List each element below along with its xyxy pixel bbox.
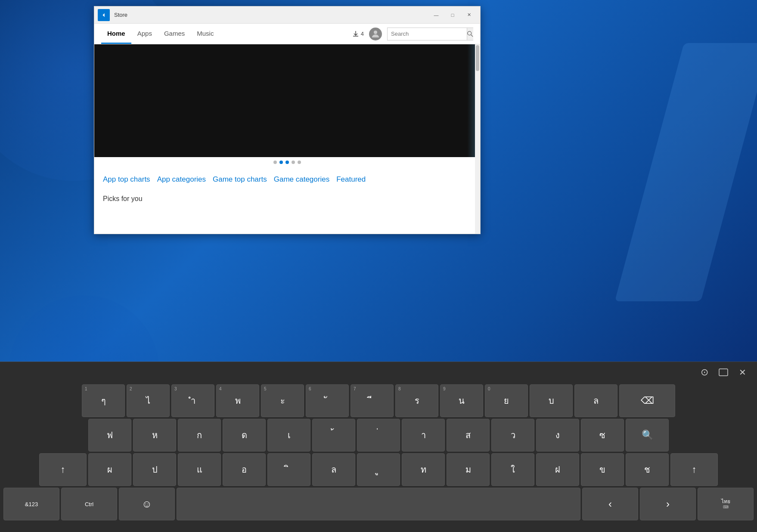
keyboard-emoji-picker[interactable]: ⊙ (697, 365, 712, 380)
key-sara-uu[interactable]: ู (357, 453, 400, 486)
virtual-keyboard: ⊙ ✕ 1ๆ 2ไ 3ำ 4พ 5ะ 6ั 7ี 8ร 9น 0ย บ ล ⌫ … (0, 362, 757, 532)
key-mai-tho[interactable]: ้ (312, 419, 355, 452)
nav-links-section: App top charts App categories Game top c… (94, 167, 480, 192)
language-key[interactable]: ไทย ⌨ (698, 488, 754, 520)
hero-dot-3[interactable] (285, 161, 289, 164)
key-to-tahan[interactable]: ท (402, 453, 445, 486)
keyboard-toolbar: ⊙ ✕ (0, 362, 757, 383)
maximize-button[interactable]: □ (445, 9, 460, 21)
keyboard-row-4: &123 Ctrl ☺ ‹ › ไทย ⌨ (3, 488, 754, 520)
key-so-sua[interactable]: ส (447, 419, 490, 452)
arrow-right-key[interactable]: › (640, 488, 696, 520)
key-o-ang[interactable]: อ (223, 453, 266, 486)
app-top-charts-link[interactable]: App top charts (103, 175, 157, 184)
key-fo-fan[interactable]: ฟ (88, 419, 131, 452)
svg-point-1 (468, 31, 472, 35)
keyboard-close-button[interactable]: ✕ (735, 365, 750, 380)
game-top-charts-link[interactable]: Game top charts (213, 175, 274, 184)
key-do-dek[interactable]: ด (223, 419, 266, 452)
download-indicator[interactable]: 4 (352, 31, 364, 37)
svg-rect-29 (719, 369, 728, 376)
key-sara-e[interactable]: เ (267, 419, 310, 452)
key-lo-ling[interactable]: ล (574, 384, 617, 417)
keyboard-row-3: ↑ ผ ป แ อ ิ ล ู ท ม ใ ฝ ข ช ↑ (3, 453, 754, 486)
window-controls: — □ ✕ (428, 9, 477, 21)
featured-link[interactable]: Featured (336, 175, 372, 184)
hero-dot-4[interactable] (292, 161, 295, 164)
title-bar: Store — □ ✕ (94, 6, 480, 24)
back-button[interactable] (98, 9, 110, 21)
space-key[interactable] (177, 488, 580, 520)
app-categories-link[interactable]: App categories (157, 175, 213, 184)
minimize-button[interactable]: — (428, 9, 444, 21)
picks-section: Picks for you (94, 192, 480, 206)
shift-right-key[interactable]: ↑ (670, 453, 718, 486)
ctrl-key[interactable]: Ctrl (61, 488, 117, 520)
keyboard-row-2: ฟ ห ก ด เ ้ ่ า ส ว ง ซ 🔍 (3, 419, 754, 452)
keyboard-layout-toggle[interactable] (716, 365, 731, 380)
user-avatar[interactable] (369, 28, 382, 40)
key-lo-chula[interactable]: ล (312, 453, 355, 486)
nav-bar: Home Apps Games Music 4 (94, 24, 480, 44)
key-po-pla[interactable]: ป (133, 453, 176, 486)
hero-dot-1[interactable] (273, 161, 277, 164)
emoji-key[interactable]: ☺ (119, 488, 175, 520)
nav-games[interactable]: Games (158, 24, 191, 44)
search-key[interactable]: 🔍 (626, 419, 669, 452)
backspace-key[interactable]: ⌫ (619, 384, 675, 417)
search-button[interactable] (467, 28, 473, 40)
key-ko-kai[interactable]: ก (178, 419, 221, 452)
shift-left-key[interactable]: ↑ (39, 453, 87, 486)
scrollbar-thumb[interactable] (476, 45, 479, 71)
key-7-sara-ii[interactable]: 7ี (351, 384, 394, 417)
store-window: Store — □ ✕ Home Apps Games Music 4 (94, 6, 481, 234)
window-title: Store (114, 12, 428, 18)
key-5-sara-a[interactable]: 5ะ (261, 384, 304, 417)
key-mai-ek[interactable]: ่ (357, 419, 400, 452)
key-1-kok[interactable]: 1ๆ (82, 384, 125, 417)
search-input[interactable] (388, 28, 467, 40)
key-sara-ai-mai-muan[interactable]: ใ (491, 453, 534, 486)
key-3-sara-am[interactable]: 3ำ (171, 384, 214, 417)
search-box[interactable] (387, 28, 473, 40)
key-fo-fon[interactable]: ฝ (536, 453, 579, 486)
close-button[interactable]: ✕ (461, 9, 477, 21)
key-bo-baimai[interactable]: บ (530, 384, 573, 417)
key-8-ro-rua[interactable]: 8ร (395, 384, 438, 417)
nav-music[interactable]: Music (191, 24, 220, 44)
hero-dots (94, 157, 480, 167)
scrollbar[interactable] (475, 44, 480, 234)
arrow-left-key[interactable]: ‹ (582, 488, 638, 520)
key-6-mai-han-akat[interactable]: 6ั (306, 384, 349, 417)
key-wo-waen[interactable]: ว (491, 419, 534, 452)
svg-line-2 (471, 34, 473, 36)
key-pho-phung[interactable]: ผ (88, 453, 131, 486)
keyboard-keys: 1ๆ 2ไ 3ำ 4พ 5ะ 6ั 7ี 8ร 9น 0ย บ ล ⌫ ฟ ห … (0, 383, 757, 524)
key-9-no-nu[interactable]: 9น (440, 384, 483, 417)
key-cho-chang[interactable]: ช (626, 453, 669, 486)
key-4-pho-phan[interactable]: 4พ (216, 384, 259, 417)
keyboard-row-1: 1ๆ 2ไ 3ำ 4พ 5ะ 6ั 7ี 8ร 9น 0ย บ ล ⌫ (3, 384, 754, 417)
nav-home[interactable]: Home (101, 24, 131, 44)
game-categories-link[interactable]: Game categories (274, 175, 336, 184)
hero-dot-2[interactable] (279, 161, 283, 164)
key-kho-khai[interactable]: ข (581, 453, 624, 486)
key-sara-aa[interactable]: า (402, 419, 445, 452)
key-sara-ae[interactable]: แ (178, 453, 221, 486)
key-sara-i[interactable]: ิ (267, 453, 310, 486)
key-ngo-ngu[interactable]: ง (536, 419, 579, 452)
hero-banner: คุณ (94, 44, 480, 157)
key-ho-hip[interactable]: ห (133, 419, 176, 452)
key-2-mai-han[interactable]: 2ไ (127, 384, 170, 417)
download-count: 4 (361, 31, 364, 37)
picks-title: Picks for you (103, 195, 143, 202)
symbols-key[interactable]: &123 (3, 488, 59, 520)
key-so-so[interactable]: ซ (581, 419, 624, 452)
hero-dot-5[interactable] (298, 161, 301, 164)
svg-point-0 (374, 31, 377, 34)
key-mo-ma[interactable]: ม (447, 453, 490, 486)
nav-apps[interactable]: Apps (131, 24, 158, 44)
key-0-yo-yak[interactable]: 0ย (485, 384, 528, 417)
